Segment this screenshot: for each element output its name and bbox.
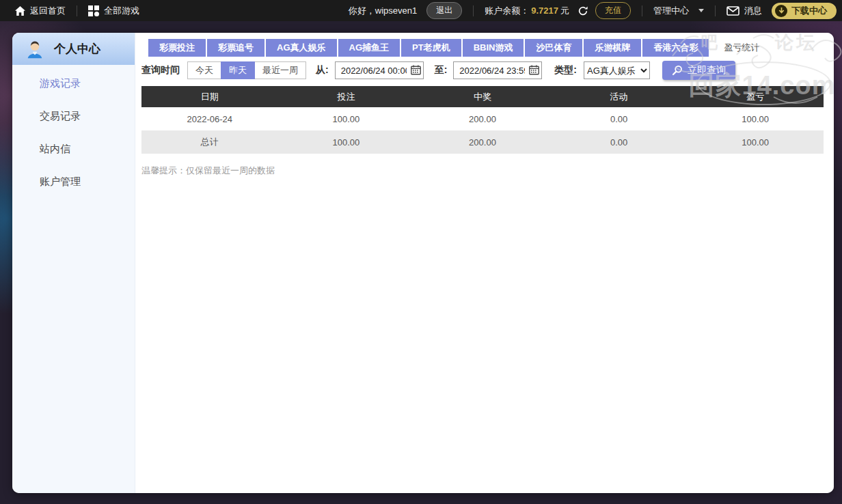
- download-center-button[interactable]: 下载中心: [772, 3, 837, 19]
- avatar-icon: [25, 39, 45, 59]
- retention-tip-text: 温馨提示：仅保留最近一周的数据: [141, 165, 824, 177]
- column-header-activity: 活动: [551, 91, 688, 103]
- quick-range-last-week[interactable]: 最近一周: [254, 61, 306, 79]
- messages-link[interactable]: 消息: [726, 5, 762, 17]
- search-button-label: 立即查询: [688, 64, 726, 76]
- sidebar-item-game-records[interactable]: 游戏记录: [12, 67, 135, 100]
- admin-center-menu[interactable]: 管理中心: [653, 5, 704, 17]
- balance-label: 账户余额：: [485, 5, 529, 17]
- main-panel: 个人中心 游戏记录 交易记录 站内信 账户管理 彩票投注 彩票追号 AG真人娱乐…: [12, 33, 834, 493]
- admin-center-label: 管理中心: [653, 5, 689, 17]
- type-select[interactable]: AG真人娱乐: [584, 61, 650, 79]
- records-table: 日期 投注 中奖 活动 盈亏 2022-06-24 100.00 200.00 …: [141, 86, 824, 154]
- chevron-down-icon: [698, 9, 704, 12]
- query-time-label: 查询时间: [141, 64, 180, 76]
- recharge-button[interactable]: 充值: [595, 2, 631, 19]
- sidebar-menu: 游戏记录 交易记录 站内信 账户管理: [12, 65, 135, 198]
- column-header-win: 中奖: [414, 91, 551, 103]
- tab-ag-fishing[interactable]: AG捕鱼王: [338, 39, 400, 57]
- calendar-icon[interactable]: [529, 65, 539, 75]
- tab-hk-mark-six[interactable]: 香港六合彩: [642, 39, 709, 57]
- all-games-link[interactable]: 全部游戏: [88, 5, 139, 17]
- cell-bet: 100.00: [278, 137, 415, 148]
- table-header-row: 日期 投注 中奖 活动 盈亏: [141, 86, 824, 107]
- cell-date: 总计: [141, 136, 278, 148]
- cell-win: 200.00: [414, 114, 551, 124]
- table-row: 2022-06-24 100.00 200.00 0.00 100.00: [141, 107, 824, 130]
- tab-lottery-chase[interactable]: 彩票追号: [207, 39, 264, 57]
- filter-bar: 查询时间 今天 昨天 最近一周 从:: [141, 61, 824, 80]
- back-home-label: 返回首页: [30, 5, 66, 17]
- tab-pt-slots[interactable]: PT老虎机: [401, 39, 461, 57]
- separator: [77, 5, 77, 16]
- cell-profit: 100.00: [687, 114, 824, 124]
- cell-profit: 100.00: [687, 137, 824, 148]
- personal-center-header: 个人中心: [12, 33, 135, 65]
- column-header-bet: 投注: [278, 91, 415, 103]
- to-label: 至:: [435, 64, 448, 76]
- type-label: 类型:: [554, 64, 577, 76]
- tab-leyou-chess[interactable]: 乐游棋牌: [584, 39, 641, 57]
- back-home-link[interactable]: 返回首页: [15, 5, 66, 17]
- table-row-total: 总计 100.00 200.00 0.00 100.00: [141, 130, 824, 154]
- cell-bet: 100.00: [278, 114, 415, 124]
- tab-bbin-games[interactable]: BBIN游戏: [463, 39, 524, 57]
- content-area: 彩票投注 彩票追号 AG真人娱乐 AG捕鱼王 PT老虎机 BBIN游戏 沙巴体育…: [135, 33, 834, 493]
- from-label: 从:: [316, 64, 329, 76]
- quick-range-today[interactable]: 今天: [187, 61, 221, 79]
- sidebar: 个人中心 游戏记录 交易记录 站内信 账户管理: [12, 33, 135, 493]
- grid-icon: [88, 5, 99, 16]
- search-icon: [672, 65, 683, 76]
- game-type-tabs: 彩票投注 彩票追号 AG真人娱乐 AG捕鱼王 PT老虎机 BBIN游戏 沙巴体育…: [148, 39, 824, 57]
- tab-lottery-bet[interactable]: 彩票投注: [148, 39, 206, 57]
- cell-win: 200.00: [414, 137, 551, 148]
- all-games-label: 全部游戏: [104, 5, 139, 17]
- messages-label: 消息: [744, 5, 762, 17]
- separator: [715, 5, 716, 16]
- search-button[interactable]: 立即查询: [662, 61, 735, 80]
- cell-activity: 0.00: [551, 114, 688, 124]
- home-icon: [15, 6, 25, 16]
- envelope-icon: [726, 6, 739, 16]
- quick-range-group: 今天 昨天 最近一周: [188, 61, 306, 79]
- balance-unit: 元: [560, 5, 569, 17]
- refresh-balance-button[interactable]: [578, 5, 588, 16]
- column-header-date: 日期: [141, 91, 278, 103]
- logout-button[interactable]: 退出: [426, 2, 462, 19]
- quick-range-yesterday[interactable]: 昨天: [221, 61, 255, 79]
- tab-saba-sports[interactable]: 沙巴体育: [525, 39, 582, 57]
- sidebar-item-site-mail[interactable]: 站内信: [12, 132, 135, 165]
- balance-value: 9.7217: [531, 5, 558, 16]
- separator: [642, 5, 642, 16]
- cell-activity: 0.00: [551, 137, 688, 148]
- sidebar-item-transaction-records[interactable]: 交易记录: [12, 100, 135, 132]
- calendar-icon[interactable]: [411, 65, 421, 75]
- refresh-icon: [578, 5, 588, 16]
- separator: [473, 5, 474, 16]
- tab-ag-live[interactable]: AG真人娱乐: [266, 39, 337, 57]
- download-icon: [775, 5, 787, 17]
- sidebar-item-account-management[interactable]: 账户管理: [12, 165, 135, 198]
- top-navigation-bar: 返回首页 全部游戏 你好，wipseven1 退出 账户余额： 9.7217 元…: [0, 0, 842, 21]
- download-center-label: 下载中心: [791, 5, 827, 17]
- greeting-text: 你好，wipseven1: [349, 5, 417, 17]
- sidebar-title: 个人中心: [54, 41, 100, 57]
- tab-profit-loss-stats[interactable]: 盈亏统计: [710, 39, 773, 57]
- cell-date: 2022-06-24: [141, 114, 278, 124]
- column-header-profit: 盈亏: [687, 91, 824, 103]
